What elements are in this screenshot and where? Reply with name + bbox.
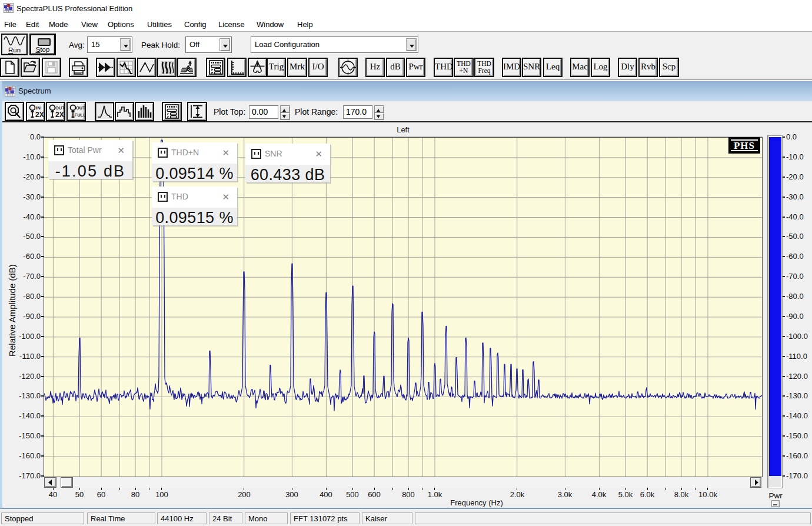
svg-text:2X: 2X <box>55 111 64 119</box>
svg-text:OUT: OUT <box>55 105 64 111</box>
svg-text:IN: IN <box>36 105 41 111</box>
svg-text:FULL: FULL <box>75 112 85 118</box>
svg-text:OUT: OUT <box>76 105 85 111</box>
svg-text:2X: 2X <box>35 111 44 119</box>
